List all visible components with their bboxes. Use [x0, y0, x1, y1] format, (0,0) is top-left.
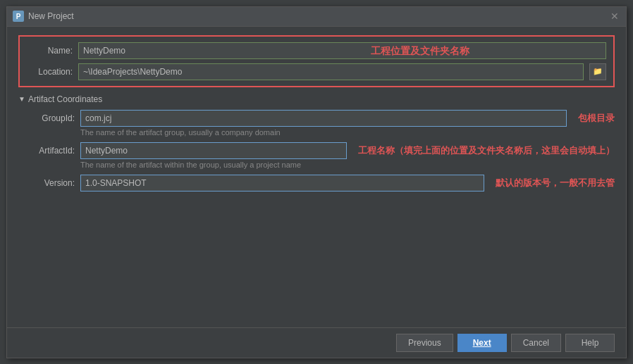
groupid-annotation: 包根目录	[578, 112, 615, 125]
new-project-dialog: P New Project ✕ Name: Location: 📁	[6, 6, 627, 358]
dialog-body: Name: Location: 📁 工程位置及文件夹名称 ▼ Artifact …	[7, 27, 626, 327]
collapse-arrow-icon: ▼	[18, 95, 25, 103]
title-bar-left: P New Project	[13, 11, 74, 22]
name-location-group: Name: Location: 📁	[18, 35, 615, 87]
artifactid-hint: The name of the artifact within the grou…	[25, 161, 615, 169]
location-label: Location:	[27, 67, 73, 77]
artifactid-label: ArtifactId:	[25, 146, 75, 156]
version-input[interactable]	[80, 175, 484, 192]
section-title: Artifact Coordinates	[28, 94, 102, 104]
artifact-coordinates-section: ▼ Artifact Coordinates GroupId: 包根目录 The…	[18, 94, 615, 192]
name-input[interactable]	[78, 42, 606, 59]
groupid-label: GroupId:	[25, 113, 75, 123]
dialog-footer: Previous Next Cancel Help	[7, 327, 626, 358]
dialog-icon: P	[13, 11, 24, 22]
name-row: Name:	[27, 42, 606, 59]
previous-button[interactable]: Previous	[396, 334, 453, 352]
cancel-button[interactable]: Cancel	[511, 334, 561, 352]
dialog-title: New Project	[28, 11, 74, 21]
artifact-fields: GroupId: 包根目录 The name of the artifact g…	[18, 110, 615, 192]
groupid-hint: The name of the artifact group, usually …	[25, 128, 615, 137]
version-annotation: 默认的版本号，一般不用去管	[496, 177, 615, 189]
artifactid-input[interactable]	[80, 142, 347, 159]
section-header[interactable]: ▼ Artifact Coordinates	[18, 94, 615, 104]
name-label: Name:	[27, 46, 73, 56]
groupid-field: GroupId: 包根目录 The name of the artifact g…	[25, 110, 615, 137]
name-location-annotation: 工程位置及文件夹名称	[371, 45, 469, 58]
browse-button[interactable]: 📁	[589, 63, 606, 80]
help-button[interactable]: Help	[565, 334, 615, 352]
location-input[interactable]	[78, 63, 584, 80]
next-button[interactable]: Next	[457, 334, 507, 352]
close-button[interactable]: ✕	[609, 11, 620, 21]
location-row: Location: 📁	[27, 63, 606, 80]
version-field: Version: 默认的版本号，一般不用去管	[25, 175, 615, 192]
groupid-input[interactable]	[80, 110, 567, 127]
artifactid-annotation: 工程名称（填完上面的位置及文件夹名称后，这里会自动填上）	[358, 144, 615, 157]
artifactid-field: ArtifactId: 工程名称（填完上面的位置及文件夹名称后，这里会自动填上）…	[25, 142, 615, 169]
title-bar: P New Project ✕	[7, 7, 626, 27]
version-label: Version:	[25, 178, 75, 188]
